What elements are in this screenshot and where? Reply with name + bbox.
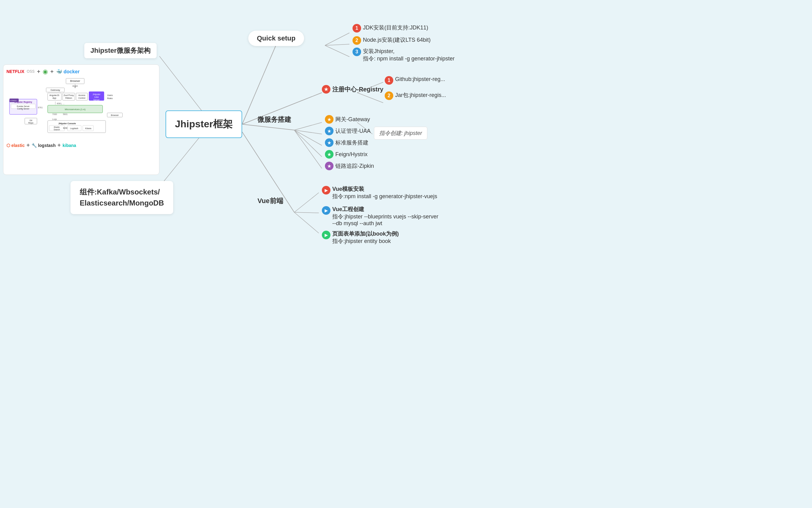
vue-project-icon: ▶	[322, 206, 330, 215]
angular-icon: ◉	[43, 68, 48, 75]
docker-icon: 🐳 docker	[56, 69, 80, 75]
logos-bottom-row: ⬡ elastic + 🔧 logstash + kibana	[6, 142, 156, 149]
vue-entity-icon: ▶	[322, 231, 330, 239]
gateway-text: 网关-Gateway	[335, 116, 370, 123]
vue-template-item: ▶ Vue模板安装 指令:npm install -g generator-jh…	[322, 185, 437, 200]
registry-star-icon: ★	[322, 85, 330, 93]
vue-entity-item: ▶ 页面表单添加(以book为例) 指令:jhipster entity boo…	[322, 230, 399, 245]
svg-text:8761: 8761	[38, 107, 43, 109]
svg-line-0	[242, 45, 276, 124]
kafka-box: 组件:Kafka/Wbsockets/ Elasticsearch/MongoD…	[70, 181, 173, 214]
svg-line-17	[294, 212, 319, 233]
vue-project-text: Vue工程创建 指令:jhipster --blueprints vuejs -…	[332, 206, 438, 227]
reg-item-1-text: Github:jhipster-reg...	[395, 76, 445, 83]
reg-num-2-icon: 2	[385, 91, 393, 100]
num-1-icon: 1	[352, 24, 361, 33]
svg-text:8080: 8080	[73, 85, 78, 87]
svg-text:Roles: Roles	[107, 97, 113, 99]
svg-line-15	[294, 193, 319, 212]
svg-text:Git: Git	[30, 119, 32, 122]
std-service-star-icon: ★	[325, 138, 334, 147]
registry-box: ★ 注册中心-Registry	[322, 85, 383, 93]
svg-text:7000: 7000	[52, 113, 57, 115]
svg-line-11	[294, 130, 322, 145]
central-node: Jhipster框架	[165, 111, 242, 138]
svg-line-6	[325, 45, 349, 57]
kafka-line2: Elasticsearch/MongoDB	[80, 198, 164, 209]
svg-line-16	[294, 212, 319, 213]
svg-text:Config Server: Config Server	[17, 108, 30, 110]
svg-text:App: App	[52, 97, 56, 99]
svg-text:UAA: UAA	[94, 96, 99, 98]
arch-diagram: NETFLIX OSS + ◉ + 🐳 docker Browser 8080	[3, 65, 159, 175]
central-node-label: Jhipster框架	[175, 118, 233, 131]
svg-text:Eureka Server: Eureka Server	[17, 105, 30, 108]
arch-title-text: Jhipster微服务架构	[90, 47, 150, 54]
reg-item-2-text: Jar包:jhipster-regis...	[395, 91, 446, 99]
qs-item-3-text: 安装Jhipster, 指令: npm install -g generator…	[363, 48, 455, 62]
num-2-icon: 2	[352, 36, 361, 45]
uaa-text: 认证管理-UAA	[335, 127, 371, 135]
feign-star-icon: ★	[325, 150, 334, 159]
qs-item-3: 3 安装Jhipster, 指令: npm install -g generat…	[352, 48, 455, 62]
logstash-logo: 🔧 logstash	[32, 143, 55, 148]
svg-text:Ribbon: Ribbon	[65, 97, 72, 99]
svg-line-5	[325, 44, 349, 45]
svg-line-13	[294, 130, 322, 168]
quick-setup-label: Quick setup	[257, 34, 295, 42]
plus-1: +	[37, 69, 41, 75]
svg-line-4	[325, 33, 349, 45]
plus-2: +	[50, 69, 54, 75]
svg-text:Logstash: Logstash	[70, 127, 79, 130]
plus-3: +	[27, 142, 30, 149]
arch-svg: Browser 8080 Gateway AngularJS App Zuul …	[6, 78, 156, 139]
zipkin-star-icon: ★	[325, 162, 334, 170]
svg-text:Repo: Repo	[28, 122, 34, 124]
svg-text:Search: Search	[54, 129, 60, 131]
svg-text:9200: 9200	[63, 127, 68, 129]
num-3-icon: 3	[352, 48, 361, 56]
zipkin-text: 链路追踪-Zipkin	[335, 162, 374, 170]
svg-text:Control: Control	[79, 97, 86, 99]
svg-line-2	[242, 124, 294, 130]
weifuwu-box: 微服务搭建	[257, 115, 291, 124]
svg-text:JHipster Console: JHipster Console	[58, 122, 76, 125]
logos-top-row: NETFLIX OSS + ◉ + 🐳 docker	[6, 68, 156, 75]
svg-line-12	[294, 130, 322, 157]
svg-text:CONSU...: CONSU...	[10, 100, 18, 101]
oss-label: OSS	[27, 69, 34, 74]
vue-label: Vue前端	[257, 197, 283, 205]
std-service-text: 标准服务搭建	[335, 139, 369, 146]
svg-text:Server: Server	[94, 99, 100, 101]
svg-text:Users: Users	[107, 94, 113, 96]
kafka-line1: 组件:Kafka/Wbsockets/	[80, 186, 164, 198]
netflix-logo: NETFLIX	[6, 69, 24, 74]
reg-num-1-icon: 1	[385, 76, 393, 85]
vue-project-item: ▶ Vue工程创建 指令:jhipster --blueprints vuejs…	[322, 206, 438, 227]
quick-setup-box: Quick setup	[248, 31, 304, 46]
reg-item-1: 1 Github:jhipster-reg...	[385, 76, 445, 85]
kibana-logo: kibana	[62, 143, 76, 148]
svg-text:Logs: Logs	[52, 118, 57, 121]
svg-line-8	[357, 93, 383, 103]
vue-box: Vue前端	[257, 196, 283, 206]
svg-text:5601: 5601	[63, 113, 68, 115]
svg-text:JHipster: JHipster	[93, 93, 101, 96]
gateway-item: ★ 网关-Gateway	[325, 115, 370, 124]
cmd-text: 指令创建: jhipster	[379, 130, 422, 136]
qs-item-2: 2 Node.js安装(建议LTS 64bit)	[352, 36, 431, 45]
svg-text:Browser: Browser	[70, 79, 80, 83]
reg-item-2: 2 Jar包:jhipster-regis...	[385, 91, 446, 100]
zipkin-item: ★ 链路追踪-Zipkin	[325, 162, 374, 170]
uaa-item: ★ 认证管理-UAA	[325, 127, 371, 135]
svg-text:Kibana: Kibana	[85, 127, 92, 129]
qs-item-1-text: JDK安装(目前支持:JDK11)	[363, 24, 428, 31]
svg-text:AngularJS: AngularJS	[49, 94, 59, 97]
std-service-item: ★ 标准服务搭建	[325, 138, 369, 147]
uaa-star-icon: ★	[325, 127, 334, 135]
svg-text:Elastic: Elastic	[54, 126, 60, 128]
svg-text:Zuul Proxy: Zuul Proxy	[64, 94, 74, 97]
feign-text: Feign/Hystrix	[335, 151, 368, 158]
plus-4: +	[57, 142, 61, 149]
arch-title-box: Jhipster微服务架构	[84, 43, 157, 58]
